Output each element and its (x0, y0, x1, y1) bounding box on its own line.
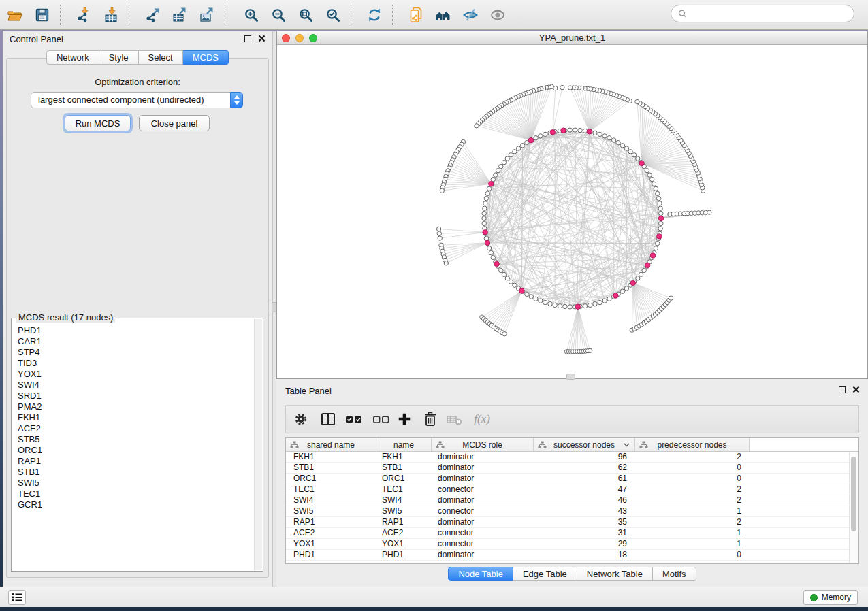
close-window-icon[interactable] (282, 34, 290, 42)
table-row[interactable]: SWI5SWI5connector431 (286, 506, 849, 517)
minimize-window-icon[interactable] (295, 34, 304, 42)
delete-selected-button[interactable] (421, 408, 440, 430)
column-header-MCDS-role[interactable]: MCDS role (432, 438, 534, 451)
delete-table-button[interactable] (445, 408, 464, 430)
maximize-window-icon[interactable] (309, 34, 317, 42)
run-mcds-button[interactable]: Run MCDS (65, 115, 131, 131)
open-browser-button[interactable] (430, 2, 457, 28)
scrollbar-thumb[interactable] (851, 457, 856, 531)
table-row[interactable]: ORC1ORC1dominator610 (286, 474, 849, 484)
import-table-button[interactable] (97, 2, 125, 28)
column-header-name[interactable]: name (376, 438, 432, 451)
task-history-button[interactable] (8, 590, 26, 605)
tab-network-table[interactable]: Network Table (577, 567, 653, 581)
mcds-result-item[interactable]: SRD1 (12, 391, 253, 401)
table-row[interactable]: PHD1PHD1dominator180 (286, 550, 849, 561)
show-graphics-button[interactable] (484, 2, 511, 28)
tab-node-table[interactable]: Node Table (448, 567, 513, 581)
close-panel-button[interactable]: Close panel (139, 115, 210, 131)
column-type-icon (538, 441, 547, 449)
table-scrollbar[interactable] (849, 452, 858, 563)
mcds-result-item[interactable]: YOX1 (12, 369, 253, 380)
select-all-button[interactable] (343, 408, 365, 430)
table-settings-button[interactable] (291, 408, 310, 430)
network-canvas[interactable] (277, 45, 867, 378)
zoom-selected-button[interactable] (319, 2, 347, 28)
table-cell: connector (432, 528, 534, 538)
table-cell: connector (432, 539, 534, 549)
table-toolbar: f(x) (285, 405, 859, 433)
table-cell: YOX1 (376, 539, 432, 549)
control-panel: Control Panel Optimization criterion: la… (3, 31, 272, 587)
column-header-predecessor-nodes[interactable]: predecessor nodes (635, 438, 750, 451)
column-header-successor-nodes[interactable]: successor nodes (534, 438, 635, 451)
network-graph[interactable] (277, 45, 867, 378)
mcds-result-list[interactable]: PHD1CAR1STP4TID3YOX1SWI4SRD1PMA2FKH1ACE2… (12, 319, 253, 570)
horizontal-splitter-handle[interactable] (566, 374, 575, 380)
zoom-out-button[interactable] (265, 2, 292, 28)
tab-style[interactable]: Style (99, 50, 139, 65)
table-row[interactable]: FKH1FKH1dominator962 (286, 452, 849, 463)
tab-select[interactable]: Select (139, 50, 183, 65)
mcds-result-item[interactable]: STB1 (12, 467, 253, 478)
table-row[interactable]: SWI4SWI4dominator462 (286, 495, 849, 506)
mcds-result-item[interactable]: STP4 (12, 347, 253, 358)
zoom-in-button[interactable] (238, 2, 265, 28)
refresh-button[interactable] (361, 2, 388, 28)
zoom-fit-button[interactable] (292, 2, 319, 28)
mcds-result-item[interactable]: TEC1 (12, 489, 253, 499)
tab-network[interactable]: Network (46, 50, 99, 65)
tab-mcds[interactable]: MCDS (183, 50, 229, 65)
network-titlebar[interactable]: YPA_prune.txt_1 (277, 31, 867, 45)
import-network-button[interactable] (70, 2, 97, 28)
table-cell: dominator (432, 463, 534, 473)
column-type-icon (639, 441, 648, 449)
mcds-result-item[interactable]: ORC1 (12, 445, 253, 456)
export-image-icon (199, 7, 215, 23)
search-input[interactable] (691, 8, 847, 19)
mcds-result-item[interactable]: PMA2 (12, 401, 253, 412)
float-panel-icon[interactable] (244, 35, 251, 42)
toolbar-separator (392, 5, 393, 25)
unselect-all-button[interactable] (370, 408, 392, 430)
table-row[interactable]: TEC1TEC1connector472 (286, 484, 849, 495)
mcds-result-item[interactable]: CAR1 (12, 336, 253, 347)
mcds-result-item[interactable]: SWI4 (12, 380, 253, 391)
mcds-result-item[interactable]: STB5 (12, 434, 253, 445)
optimization-criterion-label: Optimization criterion: (7, 77, 268, 87)
table-row[interactable]: ACE2ACE2connector311 (286, 528, 849, 539)
export-image-button[interactable] (193, 2, 221, 28)
import-table-icon (103, 7, 119, 23)
hide-panels-button[interactable] (457, 2, 484, 28)
table-row[interactable]: RAP1RAP1dominator352 (286, 517, 849, 528)
mcds-list-scrollbar[interactable] (254, 319, 262, 570)
save-session-button[interactable] (29, 2, 56, 28)
mcds-result-item[interactable]: FKH1 (12, 412, 253, 423)
share-document-button[interactable] (402, 2, 430, 28)
add-column-button[interactable] (395, 408, 414, 430)
optimization-criterion-select[interactable]: largest connected component (undirected) (31, 92, 243, 108)
mcds-result-item[interactable]: GCR1 (12, 499, 253, 510)
column-header-shared-name[interactable]: shared name (286, 438, 376, 451)
search-field[interactable] (671, 5, 854, 22)
tab-edge-table[interactable]: Edge Table (513, 567, 577, 581)
export-network-button[interactable] (139, 2, 166, 28)
delete-table-icon (446, 411, 464, 427)
mcds-result-item[interactable]: SWI5 (12, 478, 253, 489)
mcds-result-item[interactable]: PHD1 (12, 325, 253, 336)
mcds-result-item[interactable]: TID3 (12, 358, 253, 369)
export-table-button[interactable] (166, 2, 193, 28)
float-table-panel-icon[interactable] (839, 386, 846, 393)
mcds-result-item[interactable]: RAP1 (12, 456, 253, 467)
function-builder-button[interactable]: f(x) (468, 408, 496, 430)
memory-button[interactable]: Memory (803, 590, 858, 605)
close-panel-icon[interactable] (258, 35, 266, 42)
tab-motifs[interactable]: Motifs (653, 567, 696, 581)
close-table-panel-icon[interactable] (852, 386, 860, 393)
table-cell: dominator (432, 550, 534, 560)
show-columns-button[interactable] (319, 408, 338, 430)
table-row[interactable]: YOX1YOX1connector291 (286, 539, 849, 550)
mcds-result-item[interactable]: ACE2 (12, 423, 253, 434)
table-row[interactable]: STB1STB1dominator620 (286, 463, 849, 474)
open-file-button[interactable] (1, 2, 29, 28)
